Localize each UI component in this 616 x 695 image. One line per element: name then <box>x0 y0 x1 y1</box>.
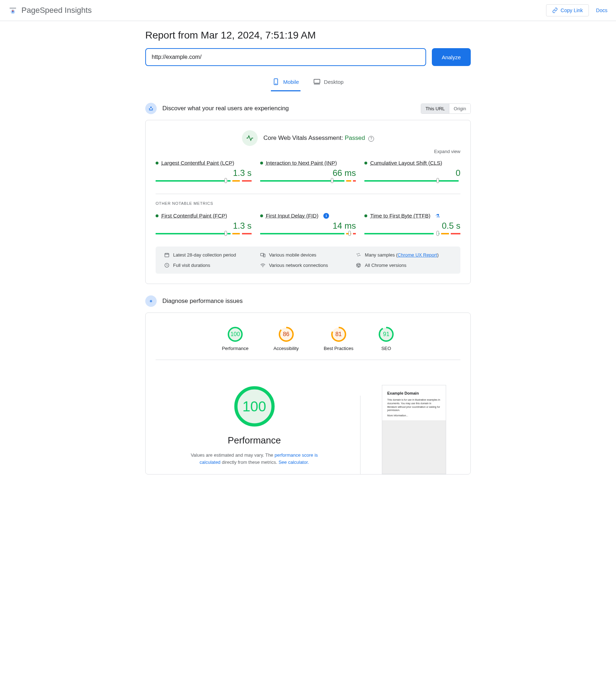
preview-body: This domain is for use in illustrative e… <box>387 398 441 412</box>
preview-more: More information... <box>387 414 441 417</box>
info-icon[interactable]: ? <box>368 136 374 142</box>
field-data-card: Core Web Vitals Assessment: Passed ? Exp… <box>145 120 471 284</box>
score-value: 81 <box>331 326 347 342</box>
metric-inp[interactable]: Interaction to Next Paint (INP) 66 ms <box>260 160 356 185</box>
url-input[interactable] <box>145 48 426 66</box>
score-label: Best Practices <box>324 346 353 351</box>
scope-toggle: This URL Origin <box>421 103 471 114</box>
svg-point-6 <box>149 108 150 110</box>
distribution-bar <box>260 180 356 182</box>
devices-text: Various mobile devices <box>269 252 317 258</box>
app-header: PageSpeed Insights Copy Link Docs <box>0 0 616 21</box>
tab-mobile[interactable]: Mobile <box>271 75 300 91</box>
metric-value: 66 ms <box>260 168 356 178</box>
metric-name: Largest Contentful Paint (LCP) <box>161 160 234 166</box>
scores-row: 100 Performance 86 Accessibility 81 Best… <box>156 323 460 360</box>
divider <box>156 360 460 360</box>
discover-header: Discover what your real users are experi… <box>145 103 471 114</box>
distribution-bar <box>364 180 460 182</box>
discover-title: Discover what your real users are experi… <box>162 105 289 112</box>
score-seo[interactable]: 91 SEO <box>378 326 394 351</box>
svg-point-15 <box>359 253 360 254</box>
perf-description: Values are estimated and may vary. The p… <box>183 452 326 466</box>
preview-title: Example Domain <box>387 391 441 395</box>
perf-heading: Performance <box>156 435 353 446</box>
other-metrics: First Contentful Paint (FCP) 1.3 s First… <box>156 213 460 238</box>
chrome-icon <box>356 263 361 268</box>
metric-name: Time to First Byte (TTFB) <box>370 213 430 219</box>
see-calc-link[interactable]: See calculator. <box>278 460 309 465</box>
status-dot-icon <box>156 162 158 164</box>
analyze-button[interactable]: Analyze <box>432 48 471 66</box>
status-dot-icon <box>364 162 367 164</box>
metric-value: 14 ms <box>260 221 356 231</box>
psi-logo-icon <box>9 6 17 15</box>
distribution-bar <box>260 233 356 235</box>
tab-mobile-label: Mobile <box>283 79 299 85</box>
info-badge-icon[interactable] <box>323 213 329 219</box>
docs-link[interactable]: Docs <box>596 7 607 13</box>
metric-fcp[interactable]: First Contentful Paint (FCP) 1.3 s <box>156 213 252 238</box>
tab-desktop[interactable]: Desktop <box>312 75 345 91</box>
devices-icon <box>260 252 266 258</box>
metric-cls[interactable]: Cumulative Layout Shift (CLS) 0 <box>364 160 460 185</box>
cwv-label: Core Web Vitals Assessment: <box>263 135 345 141</box>
metric-value: 1.3 s <box>156 221 252 231</box>
svg-rect-8 <box>165 253 169 257</box>
discover-icon <box>145 103 157 114</box>
network-text: Various network connections <box>269 263 328 268</box>
samples-text: Many samples (Chrome UX Report) <box>365 252 439 258</box>
chrome-text: All Chrome versions <box>365 263 406 268</box>
experimental-icon: ⚗ <box>435 213 440 219</box>
metric-name: First Input Delay (FID) <box>266 213 319 219</box>
svg-rect-3 <box>314 79 320 83</box>
score-label: Accessibility <box>273 346 299 351</box>
svg-point-17 <box>359 255 360 256</box>
header-actions: Copy Link Docs <box>546 4 607 16</box>
svg-point-21 <box>358 264 359 266</box>
core-metrics: Largest Contentful Paint (LCP) 1.3 s Int… <box>156 160 460 185</box>
status-dot-icon <box>260 214 263 217</box>
metric-value: 0.5 s <box>364 221 460 231</box>
score-label: SEO <box>378 346 394 351</box>
status-dot-icon <box>364 214 367 217</box>
score-accessibility[interactable]: 86 Accessibility <box>273 326 299 351</box>
cwv-assessment: Core Web Vitals Assessment: Passed ? <box>263 135 374 142</box>
calendar-icon <box>164 252 170 258</box>
score-value: 91 <box>378 326 394 342</box>
metric-ttfb[interactable]: Time to First Byte (TTFB)⚗ 0.5 s <box>364 213 460 238</box>
score-best-practices[interactable]: 81 Best Practices <box>324 326 353 351</box>
brand-text: PageSpeed Insights <box>21 6 92 15</box>
svg-point-5 <box>150 107 152 108</box>
device-tabs: Mobile Desktop <box>145 75 471 91</box>
distribution-bar <box>156 233 252 235</box>
toggle-origin[interactable]: Origin <box>449 104 470 113</box>
expand-view-link[interactable]: Expand view <box>156 149 460 154</box>
copy-link-label: Copy Link <box>561 7 583 13</box>
svg-point-19 <box>263 267 263 267</box>
samples-icon <box>356 252 361 258</box>
metric-lcp[interactable]: Largest Contentful Paint (LCP) 1.3 s <box>156 160 252 185</box>
duration-text: Full visit durations <box>173 263 210 268</box>
metric-name: First Contentful Paint (FCP) <box>161 213 227 219</box>
divider <box>156 194 460 194</box>
other-metrics-label: OTHER NOTABLE METRICS <box>156 201 460 206</box>
cwv-pass-icon <box>242 130 258 146</box>
url-form: Analyze <box>145 48 471 66</box>
distribution-bar <box>156 180 252 182</box>
copy-link-button[interactable]: Copy Link <box>546 4 589 16</box>
toggle-this-url[interactable]: This URL <box>421 104 449 113</box>
desktop-icon <box>313 78 320 85</box>
svg-point-26 <box>150 300 152 302</box>
metric-value: 0 <box>364 168 460 178</box>
collection-info: Latest 28-day collection period Various … <box>156 247 460 274</box>
diagnose-header: Diagnose performance issues <box>145 295 471 307</box>
mobile-icon <box>272 78 279 85</box>
crux-link[interactable]: Chrome UX Report <box>398 252 437 258</box>
score-performance[interactable]: 100 Performance <box>222 326 248 351</box>
report-title: Report from Mar 12, 2024, 7:51:19 AM <box>145 30 471 41</box>
metric-name: Interaction to Next Paint (INP) <box>266 160 337 166</box>
metric-fid[interactable]: First Input Delay (FID) 14 ms <box>260 213 356 238</box>
cwv-header: Core Web Vitals Assessment: Passed ? <box>156 130 460 146</box>
score-label: Performance <box>222 346 248 351</box>
